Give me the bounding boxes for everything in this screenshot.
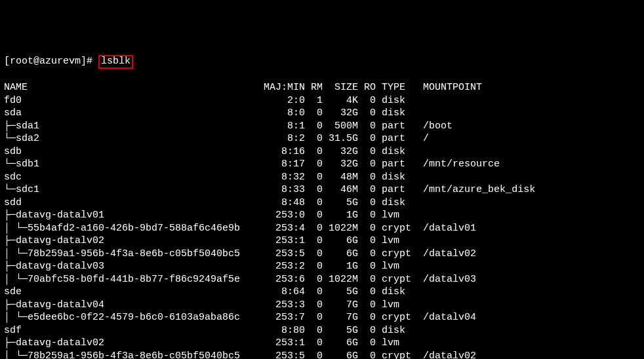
device-row: sda 8:0 0 32G 0 disk xyxy=(4,107,640,120)
device-row: sdb 8:16 0 32G 0 disk xyxy=(4,145,640,159)
device-row: sdc 8:32 0 48M 0 disk xyxy=(4,171,640,184)
device-row: fd0 2:0 1 4K 0 disk xyxy=(4,94,640,107)
prompt: [root@azurevm]# xyxy=(4,56,98,67)
device-row: ├─datavg-datalv02 253:1 0 6G 0 lvm xyxy=(4,337,640,350)
device-row: │ └─70abfc58-b0fd-441b-8b77-f86c9249af5e… xyxy=(4,273,640,286)
device-row: └─sdb1 8:17 0 32G 0 part /mnt/resource xyxy=(4,158,640,171)
device-row: │ └─78b259a1-956b-4f3a-8e6b-c05bf5040bc5… xyxy=(4,248,640,261)
prompt-line[interactable]: [root@azurevm]# lsblk xyxy=(4,55,640,69)
device-row: │ └─78b259a1-956b-4f3a-8e6b-c05bf5040bc5… xyxy=(4,350,640,360)
device-row: sdf 8:80 0 5G 0 disk xyxy=(4,324,640,337)
device-row: sde 8:64 0 5G 0 disk xyxy=(4,286,640,299)
device-row: │ └─55b4afd2-a160-426b-9bd7-588af6c46e9b… xyxy=(4,222,640,235)
device-row: ├─datavg-datalv02 253:1 0 6G 0 lvm xyxy=(4,235,640,248)
device-row: ├─datavg-datalv03 253:2 0 1G 0 lvm xyxy=(4,260,640,273)
device-row: │ └─e5dee6bc-0f22-4579-b6c0-6103a9aba86c… xyxy=(4,311,640,324)
header-row: NAME MAJ:MIN RM SIZE RO TYPE MOUNTPOINT xyxy=(4,81,640,94)
device-row: sdd 8:48 0 5G 0 disk xyxy=(4,197,640,210)
device-row: └─sda2 8:2 0 31.5G 0 part / xyxy=(4,132,640,145)
device-row: ├─datavg-datalv04 253:3 0 7G 0 lvm xyxy=(4,299,640,312)
lsblk-output: NAME MAJ:MIN RM SIZE RO TYPE MOUNTPOINTf… xyxy=(4,81,640,359)
device-row: ├─datavg-datalv01 253:0 0 1G 0 lvm xyxy=(4,209,640,222)
command: lsblk xyxy=(98,55,133,69)
device-row: └─sdc1 8:33 0 46M 0 part /mnt/azure_bek_… xyxy=(4,183,640,197)
device-row: ├─sda1 8:1 0 500M 0 part /boot xyxy=(4,120,640,133)
